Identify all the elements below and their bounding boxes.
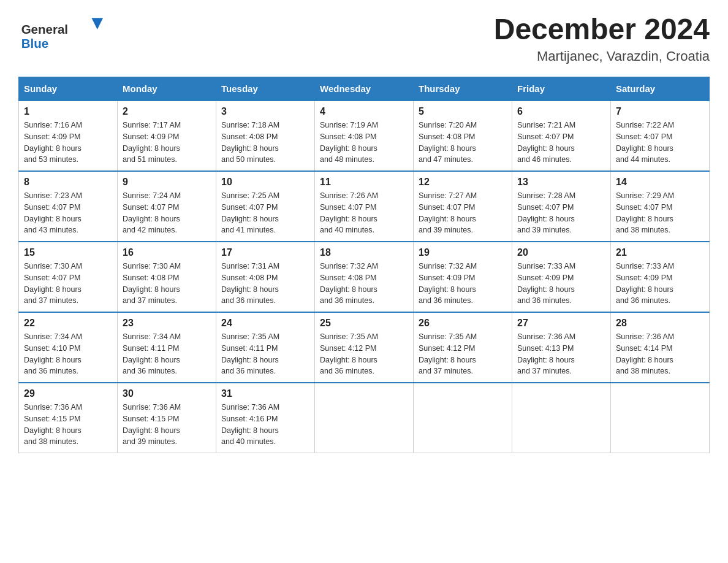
calendar-table: SundayMondayTuesdayWednesdayThursdayFrid… xyxy=(18,77,710,453)
day-number: 28 xyxy=(616,318,704,329)
day-cell: 29 Sunrise: 7:36 AM Sunset: 4:15 PM Dayl… xyxy=(19,383,118,453)
day-cell xyxy=(414,383,512,453)
day-number: 23 xyxy=(123,318,211,329)
day-number: 2 xyxy=(123,106,211,117)
day-cell xyxy=(611,383,710,453)
week-row-4: 22 Sunrise: 7:34 AM Sunset: 4:10 PM Dayl… xyxy=(19,312,710,383)
day-info: Sunrise: 7:23 AM Sunset: 4:07 PM Dayligh… xyxy=(24,190,112,236)
week-row-2: 8 Sunrise: 7:23 AM Sunset: 4:07 PM Dayli… xyxy=(19,171,710,242)
day-header-monday: Monday xyxy=(118,77,216,101)
day-cell: 4 Sunrise: 7:19 AM Sunset: 4:08 PM Dayli… xyxy=(315,101,414,171)
day-info: Sunrise: 7:34 AM Sunset: 4:11 PM Dayligh… xyxy=(123,331,211,377)
day-number: 7 xyxy=(616,106,704,117)
day-info: Sunrise: 7:36 AM Sunset: 4:13 PM Dayligh… xyxy=(517,331,605,377)
day-header-saturday: Saturday xyxy=(611,77,710,101)
day-number: 10 xyxy=(221,177,309,188)
day-cell: 25 Sunrise: 7:35 AM Sunset: 4:12 PM Dayl… xyxy=(315,312,414,383)
day-cell: 9 Sunrise: 7:24 AM Sunset: 4:07 PM Dayli… xyxy=(118,171,216,242)
svg-marker-1 xyxy=(91,18,103,29)
day-number: 9 xyxy=(123,177,211,188)
day-info: Sunrise: 7:27 AM Sunset: 4:07 PM Dayligh… xyxy=(419,190,507,236)
day-number: 22 xyxy=(24,318,112,329)
day-header-sunday: Sunday xyxy=(19,77,118,101)
day-number: 16 xyxy=(123,247,211,258)
day-info: Sunrise: 7:16 AM Sunset: 4:09 PM Dayligh… xyxy=(24,120,112,166)
day-header-tuesday: Tuesday xyxy=(216,77,315,101)
logo: General Blue xyxy=(18,12,104,55)
day-cell: 24 Sunrise: 7:35 AM Sunset: 4:11 PM Dayl… xyxy=(216,312,315,383)
day-number: 8 xyxy=(24,177,112,188)
day-info: Sunrise: 7:26 AM Sunset: 4:07 PM Dayligh… xyxy=(320,190,408,236)
day-cell: 18 Sunrise: 7:32 AM Sunset: 4:08 PM Dayl… xyxy=(315,242,414,312)
day-header-thursday: Thursday xyxy=(414,77,512,101)
day-cell: 10 Sunrise: 7:25 AM Sunset: 4:07 PM Dayl… xyxy=(216,171,315,242)
day-number: 31 xyxy=(221,388,309,399)
day-cell: 14 Sunrise: 7:29 AM Sunset: 4:07 PM Dayl… xyxy=(611,171,710,242)
day-number: 29 xyxy=(24,388,112,399)
week-row-1: 1 Sunrise: 7:16 AM Sunset: 4:09 PM Dayli… xyxy=(19,101,710,171)
day-info: Sunrise: 7:31 AM Sunset: 4:08 PM Dayligh… xyxy=(221,261,309,307)
day-cell: 17 Sunrise: 7:31 AM Sunset: 4:08 PM Dayl… xyxy=(216,242,315,312)
day-cell: 16 Sunrise: 7:30 AM Sunset: 4:08 PM Dayl… xyxy=(118,242,216,312)
day-number: 5 xyxy=(419,106,507,117)
day-info: Sunrise: 7:36 AM Sunset: 4:16 PM Dayligh… xyxy=(221,402,309,448)
day-number: 17 xyxy=(221,247,309,258)
day-number: 20 xyxy=(517,247,605,258)
day-cell: 5 Sunrise: 7:20 AM Sunset: 4:08 PM Dayli… xyxy=(414,101,512,171)
day-info: Sunrise: 7:30 AM Sunset: 4:07 PM Dayligh… xyxy=(24,261,112,307)
day-number: 19 xyxy=(419,247,507,258)
day-number: 13 xyxy=(517,177,605,188)
day-number: 6 xyxy=(517,106,605,117)
day-info: Sunrise: 7:36 AM Sunset: 4:15 PM Dayligh… xyxy=(24,402,112,448)
day-cell: 3 Sunrise: 7:18 AM Sunset: 4:08 PM Dayli… xyxy=(216,101,315,171)
day-header-wednesday: Wednesday xyxy=(315,77,414,101)
day-info: Sunrise: 7:17 AM Sunset: 4:09 PM Dayligh… xyxy=(123,120,211,166)
day-cell: 7 Sunrise: 7:22 AM Sunset: 4:07 PM Dayli… xyxy=(611,101,710,171)
day-number: 25 xyxy=(320,318,408,329)
day-cell: 11 Sunrise: 7:26 AM Sunset: 4:07 PM Dayl… xyxy=(315,171,414,242)
day-number: 14 xyxy=(616,177,704,188)
day-info: Sunrise: 7:34 AM Sunset: 4:10 PM Dayligh… xyxy=(24,331,112,377)
month-title: December 2024 xyxy=(494,12,710,46)
day-cell: 15 Sunrise: 7:30 AM Sunset: 4:07 PM Dayl… xyxy=(19,242,118,312)
day-cell: 28 Sunrise: 7:36 AM Sunset: 4:14 PM Dayl… xyxy=(611,312,710,383)
day-info: Sunrise: 7:35 AM Sunset: 4:12 PM Dayligh… xyxy=(320,331,408,377)
day-info: Sunrise: 7:24 AM Sunset: 4:07 PM Dayligh… xyxy=(123,190,211,236)
day-number: 21 xyxy=(616,247,704,258)
day-info: Sunrise: 7:32 AM Sunset: 4:08 PM Dayligh… xyxy=(320,261,408,307)
week-row-5: 29 Sunrise: 7:36 AM Sunset: 4:15 PM Dayl… xyxy=(19,383,710,453)
day-cell: 31 Sunrise: 7:36 AM Sunset: 4:16 PM Dayl… xyxy=(216,383,315,453)
day-cell: 21 Sunrise: 7:33 AM Sunset: 4:09 PM Dayl… xyxy=(611,242,710,312)
day-info: Sunrise: 7:28 AM Sunset: 4:07 PM Dayligh… xyxy=(517,190,605,236)
day-number: 11 xyxy=(320,177,408,188)
day-number: 30 xyxy=(123,388,211,399)
day-info: Sunrise: 7:35 AM Sunset: 4:11 PM Dayligh… xyxy=(221,331,309,377)
day-header-friday: Friday xyxy=(512,77,611,101)
day-cell: 22 Sunrise: 7:34 AM Sunset: 4:10 PM Dayl… xyxy=(19,312,118,383)
svg-text:General: General xyxy=(21,22,68,36)
day-info: Sunrise: 7:36 AM Sunset: 4:14 PM Dayligh… xyxy=(616,331,704,377)
day-cell: 8 Sunrise: 7:23 AM Sunset: 4:07 PM Dayli… xyxy=(19,171,118,242)
day-cell: 27 Sunrise: 7:36 AM Sunset: 4:13 PM Dayl… xyxy=(512,312,611,383)
day-cell: 26 Sunrise: 7:35 AM Sunset: 4:12 PM Dayl… xyxy=(414,312,512,383)
day-info: Sunrise: 7:22 AM Sunset: 4:07 PM Dayligh… xyxy=(616,120,704,166)
day-cell: 20 Sunrise: 7:33 AM Sunset: 4:09 PM Dayl… xyxy=(512,242,611,312)
day-info: Sunrise: 7:18 AM Sunset: 4:08 PM Dayligh… xyxy=(221,120,309,166)
day-info: Sunrise: 7:33 AM Sunset: 4:09 PM Dayligh… xyxy=(517,261,605,307)
day-info: Sunrise: 7:33 AM Sunset: 4:09 PM Dayligh… xyxy=(616,261,704,307)
day-number: 18 xyxy=(320,247,408,258)
day-cell xyxy=(512,383,611,453)
day-info: Sunrise: 7:36 AM Sunset: 4:15 PM Dayligh… xyxy=(123,402,211,448)
day-cell: 1 Sunrise: 7:16 AM Sunset: 4:09 PM Dayli… xyxy=(19,101,118,171)
day-cell: 13 Sunrise: 7:28 AM Sunset: 4:07 PM Dayl… xyxy=(512,171,611,242)
day-info: Sunrise: 7:25 AM Sunset: 4:07 PM Dayligh… xyxy=(221,190,309,236)
day-number: 12 xyxy=(419,177,507,188)
day-info: Sunrise: 7:32 AM Sunset: 4:09 PM Dayligh… xyxy=(419,261,507,307)
day-number: 1 xyxy=(24,106,112,117)
day-info: Sunrise: 7:20 AM Sunset: 4:08 PM Dayligh… xyxy=(419,120,507,166)
day-number: 27 xyxy=(517,318,605,329)
days-header-row: SundayMondayTuesdayWednesdayThursdayFrid… xyxy=(19,77,710,101)
day-number: 24 xyxy=(221,318,309,329)
location-title: Martijanec, Varazdin, Croatia xyxy=(494,48,710,64)
day-info: Sunrise: 7:35 AM Sunset: 4:12 PM Dayligh… xyxy=(419,331,507,377)
